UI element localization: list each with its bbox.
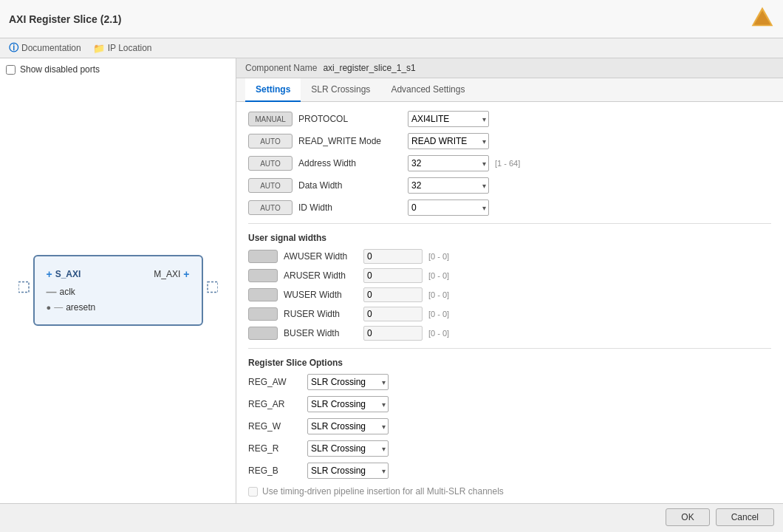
right-panel: Component Name axi_register_slice_1_s1 S… [236,58,783,503]
signal-input-3[interactable] [363,307,423,321]
signal-input-0[interactable] [363,249,423,264]
aresetn-minus-icon: — [54,302,63,313]
data-width-row: AUTO Data Width 32 64 [248,177,771,194]
component-name-value: axi_register_slice_1_s1 [323,63,415,73]
s-axi-plus-icon: + [47,268,52,280]
cancel-button[interactable]: Cancel [716,508,774,526]
signal-toggle-1[interactable] [248,269,278,282]
signal-name-3: RUSER Width [284,309,358,319]
user-signal-widths-title: User signal widths [248,233,771,243]
reg-label-2: REG_W [248,421,307,432]
reg-dropdown-wrapper-3: SLR CrossingLightFullOffAuto ▾ [307,440,389,457]
signal-range-0: [0 - 0] [428,252,449,261]
reg-dropdown-wrapper-2: SLR CrossingLightFullOffAuto ▾ [307,418,389,434]
reg-label-4: REG_B [248,466,307,476]
reg-row-1: REG_AR SLR CrossingLightFullOffAuto ▾ [248,396,771,412]
address-width-auto-btn[interactable]: AUTO [248,156,293,171]
address-width-dropdown-wrapper: 32 64 16 [408,155,489,171]
ok-button[interactable]: OK [666,508,709,526]
id-width-select[interactable]: 0 1 2 [408,200,489,216]
signal-name-2: WUSER Width [284,290,358,300]
divider-1 [248,223,771,224]
signal-range-1: [0 - 0] [428,271,449,280]
reg-dropdown-1[interactable]: SLR CrossingLightFullOffAuto [307,396,389,412]
reg-row-0: REG_AW SLR CrossingLightFullOffAuto ▾ [248,374,771,390]
ip-canvas: + S_AXI M_AXI + — aclk ● — aresetn [6,83,230,497]
reg-dropdown-wrapper-0: SLR CrossingLightFullOffAuto ▾ [307,374,389,390]
protocol-select[interactable]: AXI4LITE AXI4 AXI3 [408,111,489,127]
divider-2 [248,348,771,349]
documentation-link[interactable]: ⓘ Documentation [9,41,81,55]
signal-name-1: ARUSER Width [284,270,358,281]
data-width-auto-btn[interactable]: AUTO [248,178,293,193]
aresetn-label: aresetn [66,302,95,313]
aresetn-circle-icon: ● [47,303,52,312]
user-signals-container: AWUSER Width [0 - 0] ARUSER Width [0 - 0… [248,249,771,341]
read-write-mode-row: AUTO READ_WRITE Mode READ WRITE READ ONL… [248,133,771,149]
signal-input-2[interactable] [363,287,423,302]
protocol-row: MANUAL PROTOCOL AXI4LITE AXI4 AXI3 [248,111,771,127]
settings-content: MANUAL PROTOCOL AXI4LITE AXI4 AXI3 AUTO … [236,102,783,503]
user-signal-row-0: AWUSER Width [0 - 0] [248,249,771,264]
id-width-dropdown-wrapper: 0 1 2 [408,200,489,216]
address-width-row: AUTO Address Width 32 64 16 [1 - 64] [248,155,771,171]
m-axi-label: M_AXI [154,269,180,279]
address-width-select[interactable]: 32 64 16 [408,155,489,171]
svg-rect-3 [208,282,218,293]
show-disabled-ports-label: Show disabled ports [20,64,100,75]
aresetn-port: ● — aresetn [47,302,190,313]
signal-range-4: [0 - 0] [428,329,449,338]
signal-name-0: AWUSER Width [284,251,358,262]
signal-toggle-3[interactable] [248,307,278,321]
reg-row-3: REG_R SLR CrossingLightFullOffAuto ▾ [248,440,771,457]
reg-dropdown-2[interactable]: SLR CrossingLightFullOffAuto [307,418,389,434]
s-axi-label: S_AXI [55,269,81,279]
id-width-label: ID Width [298,202,402,213]
title-bar: AXI Register Slice (2.1) [0,0,783,38]
reg-label-0: REG_AW [248,377,307,387]
signal-input-1[interactable] [363,268,423,283]
ip-block: + S_AXI M_AXI + — aclk ● — aresetn [33,255,203,326]
read-write-dropdown-wrapper: READ WRITE READ ONLY WRITE ONLY [408,133,489,149]
svg-rect-2 [18,282,29,293]
tab-advanced-settings[interactable]: Advanced Settings [380,78,475,102]
show-disabled-ports-container: Show disabled ports [6,64,230,75]
ip-location-link[interactable]: 📁 IP Location [93,43,152,54]
info-icon: ⓘ [9,41,18,55]
signal-toggle-4[interactable] [248,327,278,340]
protocol-manual-btn[interactable]: MANUAL [248,112,293,126]
tab-settings[interactable]: Settings [245,78,301,102]
read-write-select[interactable]: READ WRITE READ ONLY WRITE ONLY [408,133,489,149]
bottom-bar: OK Cancel [0,503,783,530]
data-width-label: Data Width [298,180,402,191]
signal-range-2: [0 - 0] [428,290,449,299]
timing-driven-label: Use timing-driven pipeline insertion for… [262,486,504,497]
read-write-label: READ_WRITE Mode [298,136,402,146]
signal-input-4[interactable] [363,326,423,341]
aclk-minus-icon: — [47,286,57,298]
s-axi-port: + S_AXI M_AXI + [47,268,190,280]
reg-dropdown-0[interactable]: SLR CrossingLightFullOffAuto [307,374,389,390]
documentation-label: Documentation [21,43,81,53]
data-width-select[interactable]: 32 64 [408,177,489,194]
signal-toggle-0[interactable] [248,250,278,263]
signal-name-4: BUSER Width [284,328,358,338]
user-signal-row-2: WUSER Width [0 - 0] [248,287,771,302]
reg-dropdown-3[interactable]: SLR CrossingLightFullOffAuto [307,440,389,457]
id-width-auto-btn[interactable]: AUTO [248,200,293,215]
left-dashes-icon [18,267,30,312]
show-disabled-ports-checkbox[interactable] [6,65,16,75]
reg-label-3: REG_R [248,443,307,454]
protocol-dropdown-wrapper: AXI4LITE AXI4 AXI3 [408,111,489,127]
reg-label-1: REG_AR [248,399,307,409]
ip-location-label: IP Location [108,43,152,53]
ip-wrapper: + S_AXI M_AXI + — aclk ● — aresetn [33,255,203,326]
left-panel: Show disabled ports [0,58,236,503]
read-write-auto-btn[interactable]: AUTO [248,134,293,149]
reg-row-2: REG_W SLR CrossingLightFullOffAuto ▾ [248,418,771,434]
timing-driven-checkbox[interactable] [248,487,258,497]
signal-toggle-2[interactable] [248,288,278,301]
tab-slr-crossings[interactable]: SLR Crossings [301,78,380,102]
reg-dropdown-4[interactable]: SLR CrossingLightFullOffAuto [307,463,389,479]
id-width-row: AUTO ID Width 0 1 2 [248,200,771,216]
